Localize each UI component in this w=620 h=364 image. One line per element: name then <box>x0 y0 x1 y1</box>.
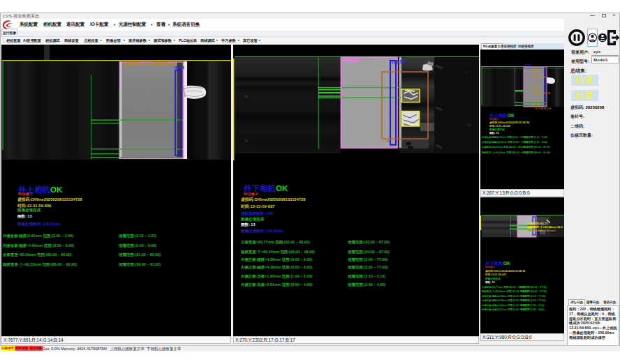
svg-text:报警范围:(81.00 ~ 85.00): 报警范围:(81.00 ~ 85.00) <box>523 145 550 149</box>
svg-text:NG次数:0: NG次数:0 <box>244 192 258 196</box>
svg-text:正极宽度=83.77mm 范围:(82.00 ~ 88.00: 正极宽度=83.77mm 范围:(82.00 ~ 88.00) <box>241 240 310 245</box>
svg-text:93.48: 93.48 <box>524 64 531 67</box>
svg-text:金极宽度=83.05mm 范围:(80.00 ~ 86.00: 金极宽度=83.05mm 范围:(80.00 ~ 86.00) <box>481 145 525 149</box>
svg-text:报警范围:(81.00 ~ 85.00): 报警范围:(81.00 ~ 85.00) <box>118 252 161 257</box>
svg-text:AI检测框: AI检测框 <box>343 57 360 63</box>
svg-text:报警范围:(89.00 ~ 91.00): 报警范围:(89.00 ~ 91.00) <box>523 151 550 154</box>
svg-text:图像处理耗时: 238.00ms: 图像处理耗时: 238.00ms <box>17 222 60 227</box>
svg-text:报警范围:(0.00 ~ 8.00): 报警范围:(0.00 ~ 8.00) <box>118 243 156 248</box>
svg-text:时间:13-31-59-627: 时间:13-31-59-627 <box>241 204 274 209</box>
svg-text:正极宽度=83.77mm 范围:(82.00 ~ 88.00: 正极宽度=83.77mm 范围:(82.00 ~ 88.00) <box>481 285 525 289</box>
svg-text:52.48P 54.2 B: 52.48P 54.2 B <box>535 92 551 95</box>
svg-text:报警范围:(94.00 ~ 97.00): 报警范围:(94.00 ~ 97.00) <box>519 289 547 293</box>
svg-text:虚拟码:Offline20250208133134728: 虚拟码:Offline20250208133134728 <box>485 269 525 273</box>
svg-text:灯箱阈值:93，动态阈值:100: 灯箱阈值:93，动态阈值:100 <box>122 61 177 66</box>
svg-text:NG次数:1: NG次数:1 <box>18 192 33 196</box>
svg-text:报警范围:(2.00 ~ 77.00): 报警范围:(2.00 ~ 77.00) <box>347 257 388 262</box>
svg-text:报警范围:(1.10 ~ 2.10): 报警范围:(1.10 ~ 2.10) <box>347 274 385 279</box>
svg-text:报警范围:(2.00 ~ 77.00): 报警范围:(2.00 ~ 77.00) <box>519 294 545 298</box>
svg-text:外侧正极-隔膜=4.38 mm/s: 外侧正极-隔膜=4.38 mm/s <box>527 229 556 232</box>
svg-text:隔膜宽度-下=95.24mm 范围:(93.00 ~ 98.: 隔膜宽度-下=95.24mm 范围:(93.00 ~ 98.00) <box>241 250 315 255</box>
svg-text:虚拟码:Offline20250208133134728: 虚拟码:Offline20250208133134728 <box>489 121 529 124</box>
svg-text:报警范围:(0.00 ~ 8.00): 报警范围:(0.00 ~ 8.00) <box>523 140 547 144</box>
svg-text:外侧正极-隔膜=4.38mm 范围:(0.00 ~ 9.00: 外侧正极-隔膜=4.38mm 范围:(0.00 ~ 9.00) <box>240 257 312 262</box>
svg-text:报警范围:(83.00 ~ 87.00): 报警范围:(83.00 ~ 87.00) <box>519 285 547 289</box>
svg-text:隔膜宽度-上=90.56mm 范围:(88.00 ~ 92.: 隔膜宽度-上=90.56mm 范围:(88.00 ~ 92.00) <box>482 151 529 154</box>
svg-text:报警范围:(0.60 ~ 4.00): 报警范围:(0.60 ~ 4.00) <box>347 282 385 287</box>
svg-text:内侧金极-隔膜=4.60mm 范围:(3.00 ~ 6.00: 内侧金极-隔膜=4.60mm 范围:(3.00 ~ 6.00) <box>482 140 526 144</box>
svg-text:图像处理耗时: 140.00ms: 图像处理耗时: 140.00ms <box>241 229 283 234</box>
svg-text:图像处理完成: 图像处理完成 <box>489 128 505 131</box>
svg-text:外侧金极-隔膜(2.91mm 范围:(2.00 ~ 3.50: 外侧金极-隔膜(2.91mm 范围:(2.00 ~ 3.50) <box>481 135 526 139</box>
svg-text:外下相机OK: 外下相机OK <box>243 184 288 192</box>
svg-text:时间:13-31-59-650: 时间:13-31-59-650 <box>489 124 510 128</box>
svg-text:报警范围:(83.00 ~ 87.00): 报警范围:(83.00 ~ 87.00) <box>347 240 390 245</box>
svg-text:外侧金极-隔膜(2.91mm 范围:(2.00 ~ 3.50: 外侧金极-隔膜(2.91mm 范围:(2.00 ~ 3.50) <box>2 234 73 238</box>
svg-text:圈数: 13: 圈数: 13 <box>241 222 255 227</box>
svg-text:圈数: 13: 圈数: 13 <box>485 280 494 284</box>
svg-text:图像处理完成: 图像处理完成 <box>485 277 501 280</box>
svg-text:隔膜宽度-上=90.56mm 范围:(88.00 ~ 92.: 隔膜宽度-上=90.56mm 范围:(88.00 ~ 92.00) <box>3 262 77 267</box>
svg-text:外侧正极-负极=2.61mm 范围:(0.60 ~ 4.00: 外侧正极-负极=2.61mm 范围:(0.60 ~ 4.00) <box>240 282 312 287</box>
svg-text:52.4 48 8a.2 B: 52.4 48 8a.2 B <box>535 107 551 110</box>
svg-text:圈数: 13: 圈数: 13 <box>489 131 499 135</box>
svg-text:报警范围:(2.20 ~ 3.20): 报警范围:(2.20 ~ 3.20) <box>118 234 156 238</box>
svg-text:NG次数:0: NG次数:0 <box>485 266 494 268</box>
svg-text:报警范围:(2.00 ~ 77.00): 报警范围:(2.00 ~ 77.00) <box>347 265 388 270</box>
svg-text:正极宽度=83.77: 正极宽度=83.77 <box>527 222 548 225</box>
svg-text:报警范围:(2.20 ~ 3.20): 报警范围:(2.20 ~ 3.20) <box>523 135 547 139</box>
svg-text:报警范围:(0.60 ~ 4.00): 报警范围:(0.60 ~ 4.00) <box>519 308 544 311</box>
svg-text:内侧正极-隔膜=4.38mm 范围:(0.00 ~ 9.00: 内侧正极-隔膜=4.38mm 范围:(0.00 ~ 9.00) <box>241 265 312 270</box>
svg-text:报警范围:(1.10 ~ 2.10): 报警范围:(1.10 ~ 2.10) <box>519 303 544 307</box>
svg-text:时间:13-31-59-627: 时间:13-31-59-627 <box>485 273 506 276</box>
svg-text:52.0 2.8: 52.0 2.8 <box>380 139 390 143</box>
svg-text:报警范围:(94.00 ~ 97.00): 报警范围:(94.00 ~ 97.00) <box>347 250 390 255</box>
svg-text:123.80: 123.80 <box>391 59 405 64</box>
svg-text:金极宽度=83.05mm 范围:(80.00 ~ 86.00: 金极宽度=83.05mm 范围:(80.00 ~ 86.00) <box>2 252 72 257</box>
svg-text:图像处理完成: 图像处理完成 <box>241 217 265 222</box>
svg-text:圈数: 13: 圈数: 13 <box>17 214 31 219</box>
svg-text:93.48: 93.48 <box>175 66 184 70</box>
svg-text:内侧金极-隔膜=4.60mm 范围:(3.00 ~ 6.00: 内侧金极-隔膜=4.60mm 范围:(3.00 ~ 6.00) <box>3 243 74 248</box>
svg-text:报警范围:(2.00 ~ 77.00): 报警范围:(2.00 ~ 77.00) <box>519 298 545 302</box>
svg-text:虚拟码:Offline20250208133134728: 虚拟码:Offline20250208133134728 <box>17 197 82 202</box>
svg-text:NG次数:1: NG次数:1 <box>489 118 499 121</box>
svg-text:AI检测框: AI检测框 <box>519 216 529 219</box>
svg-text:报警范围:(89.00 ~ 91.00): 报警范围:(89.00 ~ 91.00) <box>118 262 161 267</box>
svg-text:内侧正极-负极=1.90mm 范围:(1.00 ~ 2.20: 内侧正极-负极=1.90mm 范围:(1.00 ~ 2.20) <box>241 274 312 279</box>
svg-text:52.48 mm/s²: 52.48 mm/s² <box>534 76 548 79</box>
svg-text:图像处理完成: 图像处理完成 <box>17 208 41 213</box>
svg-text:相机拍照耗时: 166: 相机拍照耗时: 166 <box>240 211 273 216</box>
svg-text:虚拟码:Offline20250208133134728: 虚拟码:Offline20250208133134728 <box>240 197 306 202</box>
